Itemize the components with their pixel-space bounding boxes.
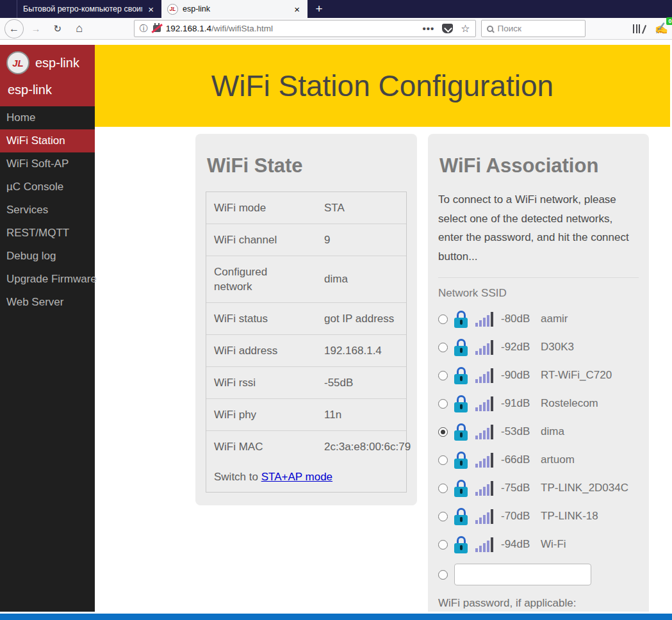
network-row: -53dB dima — [438, 418, 639, 446]
network-ssid: TP-LINK_2D034C — [541, 482, 628, 494]
network-rssi: -70dB — [501, 510, 537, 523]
page-actions-icon[interactable]: ••• — [422, 23, 434, 34]
sidebar-item-label: Debug log — [6, 250, 56, 262]
network-rssi: -92dB — [501, 341, 537, 354]
network-row: -90dB RT-WiFi_C720 — [438, 361, 639, 389]
signal-strength-icon — [475, 312, 493, 327]
sidebar-item[interactable]: REST/MQTT — [0, 222, 95, 245]
network-radio[interactable] — [438, 343, 448, 352]
sidebar-item[interactable]: WiFi Soft-AP — [0, 152, 95, 175]
table-row-value: STA — [297, 193, 406, 223]
network-row: -91dB Rostelecom — [438, 389, 639, 418]
search-box[interactable] — [481, 20, 586, 37]
page-content: JL esp-link esp-link Home WiFi Station W… — [0, 40, 672, 620]
switch-prefix: Switch to — [214, 471, 261, 483]
extension-badge: 0 — [666, 17, 672, 25]
sidebar-item[interactable]: WiFi Station — [0, 129, 95, 152]
switch-mode-link[interactable]: STA+AP mode — [261, 471, 332, 483]
network-rssi: -75dB — [501, 482, 537, 494]
network-ssid: Wi-Fi — [541, 538, 566, 551]
page-title: WiFi Station Configuration — [211, 69, 553, 103]
tab-bar: Бытовой ретро-компьютер своим × JL esp-l… — [0, 0, 672, 18]
network-radio[interactable] — [438, 540, 448, 550]
forward-button[interactable]: → — [28, 23, 44, 34]
extension-icon[interactable]: ✍0 — [655, 22, 668, 35]
tab-retro-computer[interactable]: Бытовой ретро-компьютер своим × — [17, 0, 161, 18]
network-radio[interactable] — [438, 512, 448, 521]
network-radio[interactable] — [438, 455, 448, 465]
logo-title: esp-link — [35, 56, 79, 70]
network-ssid: artuom — [541, 453, 575, 466]
network-radio[interactable] — [438, 371, 448, 380]
table-row-value: 2c:3a:e8:00:6c:79 — [297, 432, 418, 462]
table-row-label: WiFi mode — [206, 192, 297, 224]
site-info-icon[interactable]: ⓘ — [140, 23, 148, 35]
network-radio[interactable] — [438, 399, 448, 409]
pocket-icon[interactable] — [442, 24, 453, 33]
wifi-state-title: WiFi State — [207, 154, 407, 177]
network-row: -80dB aamir — [438, 305, 639, 333]
signal-strength-icon — [475, 396, 493, 411]
home-button[interactable]: ⌂ — [71, 22, 88, 35]
search-input[interactable] — [498, 24, 580, 33]
network-radio[interactable] — [438, 484, 448, 493]
page-header: WiFi Station Configuration — [95, 45, 670, 127]
network-rssi: -80dB — [501, 313, 537, 325]
back-button[interactable]: ← — [4, 19, 24, 38]
table-row-value: 192.168.1.4 — [297, 336, 406, 366]
library-icon[interactable] — [633, 24, 643, 33]
signal-strength-icon — [475, 340, 493, 355]
esp-link-logo-icon: JL — [6, 51, 29, 74]
plugin-blocked-icon[interactable] — [153, 25, 161, 32]
sidebar-header: JL esp-link esp-link — [0, 45, 95, 106]
bookmark-star-icon[interactable]: ☆ — [461, 22, 470, 35]
signal-strength-icon — [475, 425, 493, 439]
manual-ssid-radio[interactable] — [438, 570, 448, 580]
network-row: -94dB Wi-Fi — [438, 530, 639, 559]
network-radio[interactable] — [438, 427, 448, 437]
sidebar: JL esp-link esp-link Home WiFi Station W… — [0, 45, 95, 612]
sidebar-brand: esp-link — [6, 74, 88, 106]
table-row-value: -55dB — [297, 368, 406, 398]
url-bar[interactable]: ⓘ 192.168.1.4/wifi/wifiSta.html ••• ☆ — [134, 20, 476, 37]
network-row: -75dB TP-LINK_2D034C — [438, 474, 639, 502]
sidebar-item[interactable]: Web Server — [0, 291, 95, 314]
network-rssi: -53dB — [501, 425, 537, 438]
network-rssi: -91dB — [501, 397, 537, 410]
wifi-state-card: WiFi State WiFi mode STA WiFi channel 9 … — [195, 134, 417, 505]
tabbar-left-spacer — [0, 0, 17, 18]
taskbar-edge-strip — [0, 614, 672, 620]
wifi-password-label: WiFi password, if applicable: — [438, 597, 639, 610]
close-icon[interactable]: × — [292, 4, 302, 15]
reload-button[interactable]: ↻ — [49, 23, 66, 35]
network-rssi: -66dB — [501, 453, 537, 466]
network-row: -92dB D30K3 — [438, 333, 639, 361]
table-row: WiFi mode STA — [206, 192, 406, 224]
table-row-value: dima — [297, 265, 406, 294]
table-row-value: 9 — [297, 225, 406, 255]
close-icon[interactable]: × — [146, 4, 156, 15]
new-tab-button[interactable]: + — [307, 0, 331, 18]
url-path: /wifi/wifiSta.html — [211, 24, 273, 33]
sidebar-item[interactable]: Services — [0, 199, 95, 222]
divider — [438, 277, 639, 278]
sidebar-item[interactable]: µC Console — [0, 175, 95, 199]
manual-ssid-input[interactable] — [454, 564, 591, 585]
esp-link-favicon-icon: JL — [167, 4, 178, 15]
table-row: WiFi rssi -55dB — [206, 367, 406, 399]
network-ssid: dima — [541, 425, 564, 438]
sidebar-item-label: Home — [6, 111, 35, 124]
network-rssi: -94dB — [501, 538, 537, 551]
sidebar-item[interactable]: Upgrade Firmware — [0, 268, 95, 291]
table-row: WiFi address 192.168.1.4 — [206, 335, 406, 367]
sidebar-item[interactable]: Home — [0, 106, 95, 129]
sidebar-item-label: Web Server — [6, 296, 63, 308]
network-radio[interactable] — [438, 314, 448, 324]
lock-icon — [454, 536, 468, 553]
sidebar-item[interactable]: Debug log — [0, 245, 95, 268]
sidebar-item-label: Services — [6, 204, 48, 216]
tab-esp-link[interactable]: JL esp-link × — [161, 0, 307, 18]
sidebar-item-label: Upgrade Firmware — [6, 273, 97, 285]
navigation-bar: ← → ↻ ⌂ ⓘ 192.168.1.4/wifi/wifiSta.html … — [0, 18, 672, 40]
signal-strength-icon — [475, 509, 493, 524]
